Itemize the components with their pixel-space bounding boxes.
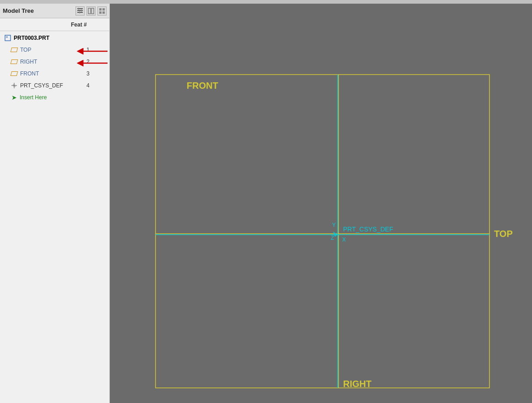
svg-rect-10 — [99, 11, 102, 14]
insert-here-label: Insert Here — [20, 94, 82, 101]
csys-icon — [10, 81, 18, 90]
model-tree-settings-btn[interactable] — [75, 6, 85, 16]
svg-point-3 — [78, 8, 80, 9]
right-feat-num: 2 — [82, 59, 109, 65]
csys-viewport-label: PRT_CSYS_DEF — [343, 226, 393, 233]
front-viewport-label: FRONT — [187, 81, 218, 91]
z-axis-label: Z — [331, 235, 334, 241]
feat-column-header: Feat # — [0, 18, 109, 31]
top-bar — [0, 0, 532, 4]
svg-rect-11 — [102, 11, 105, 14]
right-viewport-label: RIGHT — [343, 379, 371, 389]
tree-item-csys[interactable]: PRT_CSYS_DEF 4 — [0, 80, 109, 91]
part-icon — [4, 34, 12, 42]
viewport-svg: FRONT TOP RIGHT PRT_CSYS_DEF Y Z X — [110, 4, 532, 403]
tree-root-item[interactable]: PRT0003.PRT — [0, 32, 109, 44]
tree-item-insert[interactable]: ➤ Insert Here — [0, 91, 109, 103]
feat-col-label: Feat # — [71, 21, 87, 28]
svg-rect-7 — [91, 8, 94, 14]
svg-rect-13 — [6, 36, 8, 38]
svg-rect-9 — [102, 8, 105, 11]
model-tree-panel: Model Tree — [0, 4, 110, 403]
insert-arrow-icon: ➤ — [10, 93, 18, 102]
front-feat-num: 3 — [82, 70, 109, 77]
csys-feat-num: 4 — [82, 82, 109, 89]
model-tree-columns-btn[interactable] — [86, 6, 96, 16]
model-tree-title: Model Tree — [3, 7, 74, 14]
tree-content: PRT0003.PRT TOP 1 — [0, 31, 109, 403]
top-label: TOP — [20, 47, 82, 53]
top-feat-num: 1 — [82, 47, 109, 53]
datum-plane-icon-front — [10, 70, 18, 78]
x-axis-label: X — [342, 236, 346, 243]
model-tree-options-btn[interactable] — [97, 6, 107, 16]
datum-plane-icon-right — [10, 58, 18, 66]
datum-plane-icon-top — [10, 46, 18, 54]
front-label: FRONT — [20, 70, 82, 77]
viewport: FRONT TOP RIGHT PRT_CSYS_DEF Y Z X — [110, 4, 532, 403]
tree-item-front[interactable]: FRONT 3 — [0, 68, 109, 80]
svg-rect-6 — [88, 8, 91, 14]
y-axis-label: Y — [332, 222, 336, 228]
tree-item-top[interactable]: TOP 1 — [0, 44, 109, 56]
csys-tree-label: PRT_CSYS_DEF — [20, 82, 82, 89]
main-area: Model Tree — [0, 4, 532, 403]
tree-item-right[interactable]: RIGHT 2 — [0, 56, 109, 68]
svg-point-5 — [79, 11, 81, 13]
svg-rect-8 — [99, 8, 102, 11]
model-tree-header: Model Tree — [0, 4, 109, 18]
svg-point-4 — [81, 10, 82, 11]
svg-rect-20 — [110, 4, 532, 403]
top-viewport-label: TOP — [494, 229, 513, 239]
root-label: PRT0003.PRT — [14, 35, 82, 41]
right-label: RIGHT — [20, 59, 82, 65]
